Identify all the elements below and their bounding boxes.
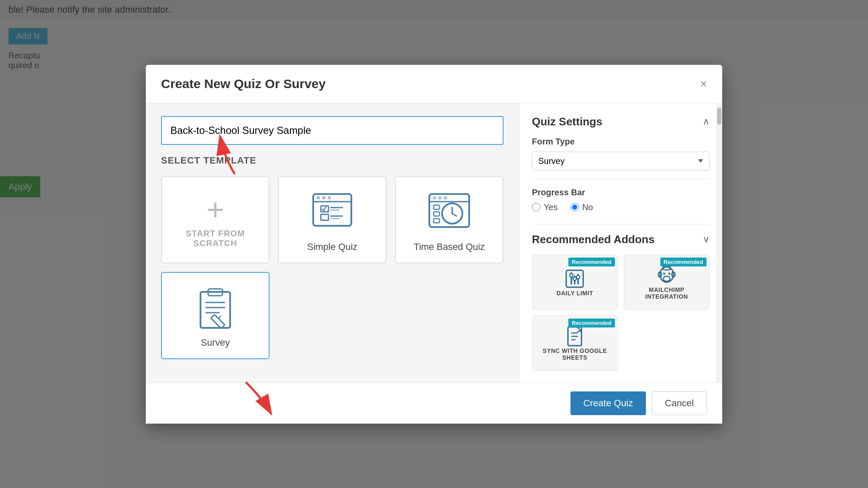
template-survey[interactable]: Survey xyxy=(161,272,270,359)
progress-bar-yes-option[interactable]: Yes xyxy=(532,202,558,212)
addons-chevron-icon[interactable]: ∨ xyxy=(703,234,709,245)
create-quiz-button[interactable]: Create Quiz xyxy=(570,391,645,415)
time-based-quiz-icon xyxy=(426,190,473,236)
template-simple-quiz[interactable]: Simple Quiz xyxy=(278,176,387,263)
svg-line-18 xyxy=(452,214,456,216)
progress-bar-no-radio[interactable] xyxy=(570,203,579,211)
google-sheets-badge: Recommended xyxy=(568,319,615,327)
progress-bar-radio-group: Yes No xyxy=(532,202,709,212)
svg-point-3 xyxy=(322,196,326,200)
svg-point-13 xyxy=(433,196,436,200)
svg-point-38 xyxy=(663,276,670,281)
svg-point-2 xyxy=(317,196,320,200)
progress-bar-label: Progress Bar xyxy=(532,188,709,197)
template-time-based-quiz[interactable]: Time Based Quiz xyxy=(395,176,504,263)
quiz-settings-header: Quiz Settings ∧ xyxy=(532,115,709,128)
addon-mailchimp[interactable]: Recommended xyxy=(624,255,710,310)
addons-divider xyxy=(532,224,709,225)
svg-point-15 xyxy=(444,196,447,200)
progress-bar-no-option[interactable]: No xyxy=(570,202,593,212)
modal-body: SELECT TEMPLATE + START FROMSCRATCH xyxy=(146,103,722,383)
svg-rect-8 xyxy=(321,214,328,220)
quiz-settings-section: Quiz Settings ∧ Form Type Survey Quiz Po… xyxy=(532,115,709,212)
modal-close-button[interactable]: × xyxy=(700,78,707,90)
mailchimp-icon xyxy=(656,264,678,286)
progress-bar-no-label: No xyxy=(582,202,593,212)
quiz-settings-title: Quiz Settings xyxy=(532,115,602,128)
svg-point-14 xyxy=(438,196,442,200)
settings-divider xyxy=(532,179,709,179)
svg-point-35 xyxy=(573,277,576,280)
simple-quiz-label: Simple Quiz xyxy=(307,241,358,252)
scrollbar-track xyxy=(716,103,722,383)
progress-bar-yes-radio[interactable] xyxy=(532,203,540,211)
scrollbar-thumb[interactable] xyxy=(717,108,721,125)
form-type-label: Form Type xyxy=(532,137,709,147)
modal-overlay: Create New Quiz Or Survey × SELECT TEMPL… xyxy=(0,0,868,488)
progress-bar-yes-label: Yes xyxy=(544,202,558,212)
addon-google-sheets[interactable]: Recommended SYNC WITH GOOGLESHEETS xyxy=(532,316,618,371)
svg-line-28 xyxy=(218,316,221,319)
time-based-quiz-label: Time Based Quiz xyxy=(414,241,485,252)
scratch-label: START FROMSCRATCH xyxy=(186,229,245,248)
select-template-label: SELECT TEMPLATE xyxy=(161,155,504,166)
svg-rect-27 xyxy=(211,314,225,328)
recommended-addons-section: Recommended Addons ∨ Recommended xyxy=(532,233,709,371)
addons-header: Recommended Addons ∨ xyxy=(532,233,709,246)
modal-dialog: Create New Quiz Or Survey × SELECT TEMPL… xyxy=(146,65,722,424)
svg-point-40 xyxy=(668,272,670,274)
template-scratch[interactable]: + START FROMSCRATCH xyxy=(161,176,270,263)
scratch-plus-icon: + xyxy=(206,194,224,225)
survey-label: Survey xyxy=(201,337,230,348)
addons-grid: Recommended DAILY LI xyxy=(532,255,709,371)
svg-rect-20 xyxy=(434,212,440,216)
quiz-settings-chevron-icon[interactable]: ∧ xyxy=(703,116,709,127)
form-type-select[interactable]: Survey Quiz Poll xyxy=(532,152,709,170)
google-sheets-icon xyxy=(564,325,586,347)
survey-icon xyxy=(192,286,239,332)
daily-limit-icon xyxy=(564,268,586,290)
templates-grid: + START FROMSCRATCH xyxy=(161,176,504,359)
daily-limit-label: DAILY LIMIT xyxy=(556,290,593,297)
modal-title: Create New Quiz Or Survey xyxy=(161,77,326,91)
quiz-name-input[interactable] xyxy=(161,116,504,145)
svg-point-39 xyxy=(663,272,665,274)
svg-rect-43 xyxy=(663,266,670,270)
addon-daily-limit[interactable]: Recommended DAILY LI xyxy=(532,255,618,310)
cancel-button[interactable]: Cancel xyxy=(652,391,707,415)
svg-point-34 xyxy=(570,274,573,277)
simple-quiz-icon xyxy=(309,190,356,236)
right-panel: Quiz Settings ∧ Form Type Survey Quiz Po… xyxy=(519,103,722,383)
google-sheets-label: SYNC WITH GOOGLESHEETS xyxy=(542,347,607,361)
left-panel: SELECT TEMPLATE + START FROMSCRATCH xyxy=(146,103,519,383)
modal-header: Create New Quiz Or Survey × xyxy=(146,65,722,103)
svg-rect-21 xyxy=(434,219,440,223)
addons-title: Recommended Addons xyxy=(532,233,654,246)
svg-point-36 xyxy=(576,275,580,279)
daily-limit-badge: Recommended xyxy=(568,258,615,266)
mailchimp-label: MAILCHIMPINTEGRATION xyxy=(645,286,688,300)
svg-point-4 xyxy=(328,196,331,200)
modal-footer: Create Quiz Cancel xyxy=(146,383,722,424)
svg-rect-19 xyxy=(434,205,440,209)
mailchimp-badge: Recommended xyxy=(660,258,707,266)
